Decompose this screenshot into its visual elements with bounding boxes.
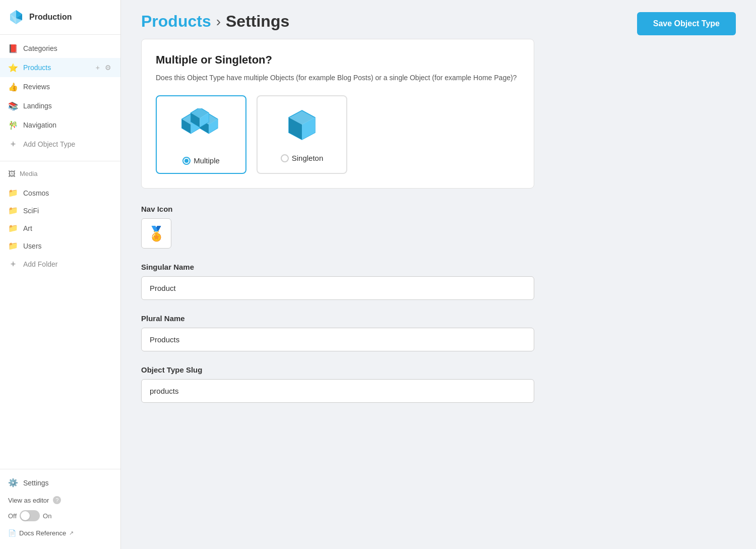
multiple-label: Multiple	[194, 156, 220, 165]
breadcrumb-separator: ›	[216, 14, 221, 30]
singular-name-label: Singular Name	[141, 263, 534, 271]
media-label: Media	[20, 170, 37, 177]
add-folder-label: Add Folder	[23, 260, 57, 268]
external-link-icon: ↗	[69, 530, 74, 536]
reviews-icon: 👍	[8, 82, 18, 92]
sidebar-item-label: Landings	[23, 102, 112, 110]
toggle-on-label: On	[43, 512, 51, 520]
sidebar-item-label: Navigation	[23, 121, 112, 129]
plural-name-label: Plural Name	[141, 314, 534, 323]
sidebar-divider-1	[0, 161, 120, 161]
media-icon: 🖼	[8, 169, 16, 178]
multiple-cubes-icon	[181, 108, 221, 148]
multiple-radio[interactable]: Multiple	[182, 156, 220, 165]
sidebar-item-label: Reviews	[23, 83, 112, 91]
docs-page-icon: 📄	[8, 529, 16, 537]
save-object-type-button[interactable]: Save Object Type	[637, 12, 736, 35]
add-object-type-label: Add Object Type	[23, 140, 75, 148]
breadcrumb-settings: Settings	[226, 12, 289, 31]
sidebar-item-products[interactable]: ⭐ Products + ⚙	[0, 58, 120, 77]
sidebar-item-landings[interactable]: 📚 Landings	[0, 96, 120, 115]
navigation-icon: 🎋	[8, 120, 18, 130]
folder-icon: 📁	[8, 206, 18, 215]
nav-icon-emoji: 🏅	[148, 225, 165, 242]
folder-scifi[interactable]: 📁 SciFi	[0, 202, 120, 219]
media-section-header: 🖼 Media	[0, 164, 120, 180]
products-icon: ⭐	[8, 63, 18, 73]
add-item-button[interactable]: +	[95, 63, 101, 73]
view-editor-label: View as editor	[8, 497, 49, 504]
singleton-cube-icon	[286, 108, 319, 146]
card-description: Does this Object Type have multiple Obje…	[156, 73, 520, 83]
singleton-radio-circle	[281, 154, 289, 162]
landings-icon: 📚	[8, 101, 18, 111]
add-icon: +	[8, 139, 18, 149]
settings-form: Multiple or Singleton? Does this Object …	[121, 39, 756, 549]
help-icon[interactable]: ?	[53, 496, 61, 504]
singleton-option[interactable]: Singleton	[257, 95, 347, 174]
slug-label: Object Type Slug	[141, 365, 534, 374]
settings-item-button[interactable]: ⚙	[104, 63, 112, 73]
docs-reference-link[interactable]: 📄 Docs Reference ↗	[0, 525, 120, 545]
view-as-editor-row: View as editor ?	[0, 492, 120, 508]
folder-label: Cosmos	[23, 189, 49, 197]
sidebar-bottom: ⚙️ Settings View as editor ? Off On 📄 Do…	[0, 469, 120, 549]
folder-label: SciFi	[23, 207, 39, 215]
toggle-off-label: Off	[8, 512, 17, 520]
settings-gear-icon: ⚙️	[8, 478, 18, 487]
folder-label: Users	[23, 242, 42, 250]
sidebar-item-label: Products	[23, 64, 95, 72]
type-options: Multiple Singleto	[156, 95, 520, 174]
toggle-thumb	[21, 511, 30, 520]
folder-art[interactable]: 📁 Art	[0, 219, 120, 237]
plural-name-input[interactable]	[141, 328, 534, 351]
sidebar-item-label: Categories	[23, 44, 112, 52]
add-folder-icon: +	[8, 259, 18, 269]
logo-icon	[8, 9, 24, 25]
sidebar-item-reviews[interactable]: 👍 Reviews	[0, 77, 120, 96]
sidebar-item-navigation[interactable]: 🎋 Navigation	[0, 115, 120, 135]
nav-icon-label: Nav Icon	[141, 205, 534, 213]
sidebar-header[interactable]: Production	[0, 0, 120, 35]
categories-icon: 📕	[8, 43, 18, 53]
media-section: 📁 Cosmos 📁 SciFi 📁 Art 📁 Users + Add Fol…	[0, 180, 120, 278]
folder-icon: 📁	[8, 188, 18, 198]
sidebar-title: Production	[29, 13, 72, 22]
slug-section: Object Type Slug	[141, 365, 534, 403]
breadcrumb-products-link[interactable]: Products	[141, 12, 211, 31]
singular-name-section: Singular Name	[141, 263, 534, 300]
multiple-option[interactable]: Multiple	[156, 95, 246, 174]
main-content: Products › Settings Save Object Type Mul…	[121, 0, 756, 549]
folder-cosmos[interactable]: 📁 Cosmos	[0, 184, 120, 202]
sidebar: Production 📕 Categories ⭐ Products + ⚙ 👍…	[0, 0, 121, 549]
settings-menu-item[interactable]: ⚙️ Settings	[0, 473, 120, 492]
nav-icon-section: Nav Icon 🏅	[141, 205, 534, 249]
docs-label: Docs Reference	[19, 529, 66, 537]
nav-icon-picker[interactable]: 🏅	[141, 218, 171, 249]
folder-icon: 📁	[8, 223, 18, 233]
folder-label: Art	[23, 224, 32, 232]
multiple-radio-circle	[182, 157, 191, 165]
card-title: Multiple or Singleton?	[156, 53, 520, 67]
settings-label: Settings	[23, 479, 49, 487]
singular-name-input[interactable]	[141, 276, 534, 300]
object-types-section: 📕 Categories ⭐ Products + ⚙ 👍 Reviews 📚 …	[0, 35, 120, 158]
folder-users[interactable]: 📁 Users	[0, 237, 120, 255]
multiple-radio-inner	[184, 159, 188, 163]
sidebar-item-actions: + ⚙	[95, 63, 112, 73]
add-folder-button[interactable]: + Add Folder	[0, 255, 120, 274]
plural-name-section: Plural Name	[141, 314, 534, 351]
singleton-label: Singleton	[292, 154, 324, 162]
sidebar-item-categories[interactable]: 📕 Categories	[0, 39, 120, 58]
view-editor-toggle[interactable]	[20, 510, 40, 521]
type-selection-card: Multiple or Singleton? Does this Object …	[141, 39, 534, 189]
folder-icon: 📁	[8, 241, 18, 251]
breadcrumb: Products › Settings	[141, 12, 289, 31]
slug-input[interactable]	[141, 379, 534, 403]
toggle-container: Off On	[0, 508, 120, 525]
singleton-radio[interactable]: Singleton	[281, 154, 324, 162]
add-object-type-button[interactable]: + Add Object Type	[0, 135, 120, 154]
